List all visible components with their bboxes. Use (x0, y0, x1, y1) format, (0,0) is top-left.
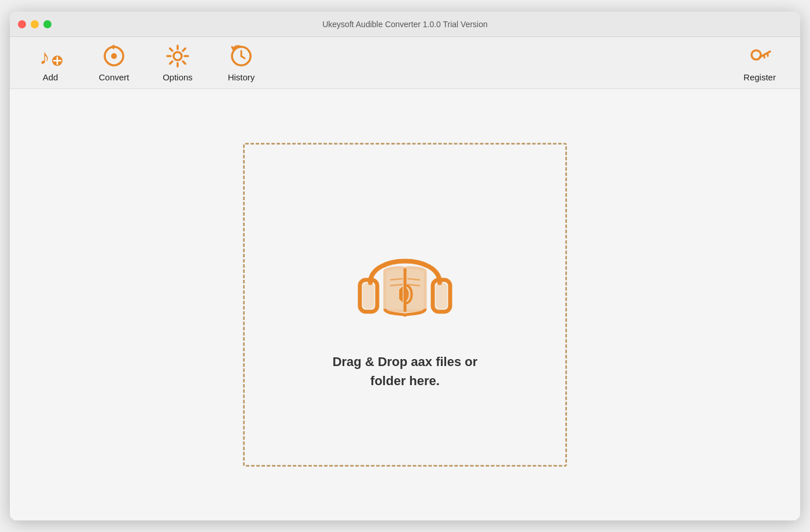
svg-text:♪: ♪ (39, 45, 50, 69)
toolbar-right: Register (731, 40, 789, 86)
register-label: Register (743, 72, 776, 82)
close-button[interactable] (18, 20, 26, 28)
drop-zone-text-line2: folder here. (333, 371, 478, 390)
add-icon: ♪ (38, 43, 63, 69)
convert-icon (101, 43, 127, 69)
svg-point-4 (111, 53, 117, 59)
options-icon (165, 43, 190, 69)
history-label: History (228, 72, 255, 82)
add-button[interactable]: ♪ Add (21, 40, 79, 86)
drop-zone-icon (347, 219, 463, 335)
svg-point-5 (174, 52, 182, 60)
options-label: Options (163, 72, 193, 82)
history-button[interactable]: History (212, 40, 270, 86)
maximize-button[interactable] (43, 20, 51, 28)
register-icon (747, 43, 772, 69)
history-icon (229, 43, 254, 69)
toolbar: ♪ Add (10, 37, 800, 89)
convert-button[interactable]: Convert (85, 40, 143, 86)
main-content: Drag & Drop aax files or folder here. (10, 89, 800, 520)
app-window: Ukeysoft Audible Converter 1.0.0 Trial V… (10, 12, 800, 520)
svg-rect-16 (436, 283, 447, 309)
drop-zone-text-line1: Drag & Drop aax files or (333, 352, 478, 371)
register-button[interactable]: Register (731, 40, 789, 86)
add-label: Add (43, 72, 58, 82)
window-title: Ukeysoft Audible Converter 1.0.0 Trial V… (322, 20, 488, 29)
convert-label: Convert (99, 72, 130, 82)
titlebar: Ukeysoft Audible Converter 1.0.0 Trial V… (10, 12, 800, 37)
options-button[interactable]: Options (149, 40, 207, 86)
traffic-lights (18, 20, 51, 28)
svg-rect-15 (363, 283, 374, 309)
minimize-button[interactable] (31, 20, 39, 28)
svg-line-8 (241, 56, 245, 58)
toolbar-left: ♪ Add (21, 40, 270, 86)
drop-zone[interactable]: Drag & Drop aax files or folder here. (243, 143, 567, 467)
drop-zone-text: Drag & Drop aax files or folder here. (333, 352, 478, 390)
